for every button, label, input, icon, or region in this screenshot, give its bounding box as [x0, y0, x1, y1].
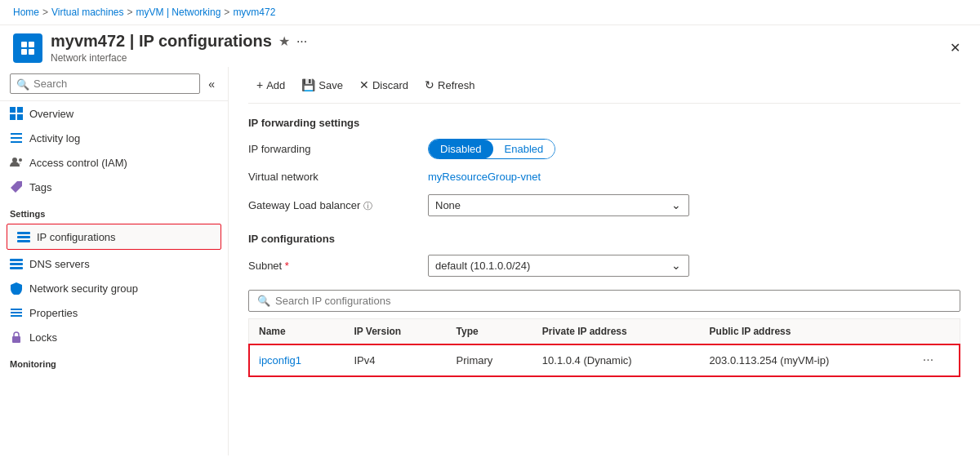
locks-icon: [10, 331, 23, 344]
sidebar-item-access-control[interactable]: Access control (IAM): [0, 150, 228, 175]
main-layout: 🔍 « Overview Activity log: [0, 67, 980, 455]
ip-search-input[interactable]: [275, 295, 951, 307]
save-button[interactable]: 💾 Save: [293, 73, 351, 96]
cell-name[interactable]: ipconfig1: [249, 344, 344, 376]
svg-rect-18: [12, 336, 20, 343]
svg-rect-0: [10, 107, 16, 113]
col-actions: [913, 319, 960, 344]
sidebar-item-dns-servers-label: DNS servers: [29, 258, 90, 270]
svg-rect-1: [17, 107, 23, 113]
cell-public-ip: 203.0.113.254 (myVM-ip): [700, 344, 913, 376]
sidebar-item-locks-label: Locks: [29, 331, 57, 344]
gateway-lb-info-icon[interactable]: ⓘ: [363, 201, 372, 211]
refresh-icon: ↻: [425, 78, 434, 91]
svg-rect-4: [11, 133, 22, 135]
search-input[interactable]: [10, 73, 200, 94]
subnet-row: Subnet * default (10.1.0.0/24): [248, 255, 960, 277]
table-row: ipconfig1 IPv4 Primary 10.1.0.4 (Dynamic…: [249, 344, 960, 376]
breadcrumb-networking[interactable]: myVM | Networking: [136, 7, 221, 18]
svg-rect-5: [11, 137, 22, 139]
settings-section-label: Settings: [0, 199, 228, 222]
virtual-network-row: Virtual network myResourceGroup-vnet: [248, 171, 960, 183]
monitoring-section-label: Monitoring: [0, 349, 228, 372]
virtual-network-label: Virtual network: [248, 171, 428, 183]
svg-rect-3: [17, 114, 23, 120]
refresh-button[interactable]: ↻ Refresh: [416, 73, 483, 96]
favorite-button[interactable]: ★: [278, 33, 290, 49]
ip-search-icon: 🔍: [257, 295, 270, 307]
subnet-value: default (10.1.0.0/24): [428, 255, 960, 277]
cell-type: Primary: [447, 344, 532, 376]
add-button[interactable]: + Add: [248, 73, 293, 96]
discard-icon: ✕: [359, 78, 369, 91]
virtual-network-link[interactable]: myResourceGroup-vnet: [428, 171, 541, 183]
sidebar-item-activity-log[interactable]: Activity log: [0, 126, 228, 150]
gateway-lb-dropdown-wrapper: None: [428, 194, 689, 216]
ip-forwarding-section-title: IP forwarding settings: [248, 117, 960, 129]
ip-forwarding-value: Disabled Enabled: [428, 139, 960, 159]
sidebar-item-properties[interactable]: Properties: [0, 300, 228, 325]
ip-configurations-icon: [17, 230, 30, 243]
svg-rect-11: [17, 240, 30, 242]
header-subtitle: Network interface: [51, 52, 935, 64]
breadcrumb-myvm472[interactable]: myvm472: [233, 7, 275, 18]
properties-icon: [10, 306, 23, 319]
sidebar-item-ip-configurations[interactable]: IP configurations: [7, 224, 221, 250]
ip-forwarding-toggle[interactable]: Disabled Enabled: [428, 139, 555, 159]
breadcrumb-home[interactable]: Home: [13, 7, 39, 18]
access-control-icon: [10, 156, 23, 169]
sidebar-item-activity-log-label: Activity log: [29, 132, 80, 144]
sidebar-item-overview-label: Overview: [29, 108, 74, 120]
gateway-lb-label: Gateway Load balancer ⓘ: [248, 199, 428, 212]
tags-icon: [10, 180, 23, 193]
subnet-required-star: *: [285, 260, 289, 272]
col-type: Type: [447, 319, 532, 344]
col-name: Name: [249, 319, 344, 344]
more-options-button[interactable]: ···: [296, 34, 307, 49]
discard-button[interactable]: ✕ Discard: [351, 73, 416, 96]
col-ip-version: IP Version: [344, 319, 446, 344]
toggle-disabled[interactable]: Disabled: [429, 140, 493, 158]
subnet-dropdown-wrapper: default (10.1.0.0/24): [428, 255, 689, 277]
save-icon: 💾: [301, 78, 315, 91]
subnet-select[interactable]: default (10.1.0.0/24): [428, 255, 689, 277]
ip-forwarding-section: IP forwarding settings IP forwarding Dis…: [248, 117, 960, 216]
resource-icon: [13, 33, 42, 63]
sidebar-item-ip-configurations-label: IP configurations: [37, 231, 116, 243]
close-button[interactable]: ✕: [943, 37, 967, 59]
ip-search-container: 🔍: [248, 290, 960, 312]
sidebar-item-dns-servers[interactable]: DNS servers: [0, 251, 228, 276]
col-public-ip: Public IP address: [700, 319, 913, 344]
gateway-lb-value: None: [428, 194, 960, 216]
breadcrumb: Home > Virtual machines > myVM | Network…: [0, 0, 980, 25]
svg-rect-13: [10, 263, 23, 265]
ip-config-table-container: Name IP Version Type Private IP address …: [248, 318, 960, 377]
virtual-network-value: myResourceGroup-vnet: [428, 171, 960, 183]
subnet-label: Subnet *: [248, 260, 428, 272]
toolbar: + Add 💾 Save ✕ Discard ↻ Refresh: [248, 67, 960, 104]
cell-row-actions[interactable]: ···: [913, 344, 960, 376]
sidebar-item-locks[interactable]: Locks: [0, 325, 228, 349]
gateway-lb-select[interactable]: None: [428, 194, 689, 216]
sidebar-item-network-security-group[interactable]: Network security group: [0, 276, 228, 300]
sidebar-item-properties-label: Properties: [29, 307, 78, 319]
sidebar-item-tags[interactable]: Tags: [0, 175, 228, 199]
header-title-group: myvm472 | IP configurations ★ ··· Networ…: [51, 32, 935, 64]
svg-rect-12: [10, 259, 23, 261]
sidebar: 🔍 « Overview Activity log: [0, 67, 229, 455]
sidebar-item-overview[interactable]: Overview: [0, 101, 228, 126]
ip-configurations-section: IP configurations Subnet * default (10.1…: [248, 233, 960, 377]
dns-servers-icon: [10, 257, 23, 270]
sidebar-item-access-control-label: Access control (IAM): [29, 157, 127, 169]
sidebar-collapse-button[interactable]: «: [205, 76, 218, 92]
page-title: myvm472 | IP configurations ★ ···: [51, 32, 935, 51]
breadcrumb-virtual-machines[interactable]: Virtual machines: [51, 7, 124, 18]
toggle-enabled[interactable]: Enabled: [493, 140, 555, 158]
svg-rect-9: [17, 232, 30, 234]
cell-ip-version: IPv4: [344, 344, 446, 376]
main-content: + Add 💾 Save ✕ Discard ↻ Refresh IP forw…: [229, 67, 980, 455]
row-more-options-icon[interactable]: ···: [923, 353, 933, 366]
svg-rect-16: [11, 312, 22, 313]
svg-rect-15: [11, 309, 22, 310]
ip-forwarding-row: IP forwarding Disabled Enabled: [248, 139, 960, 159]
